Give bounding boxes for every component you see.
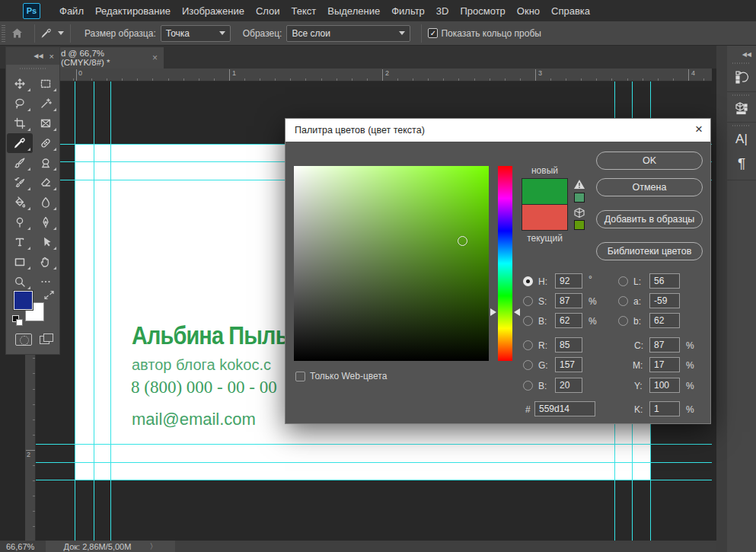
radio-s[interactable] — [523, 296, 533, 306]
home-button[interactable] — [5, 24, 28, 43]
hex-input[interactable]: 559d14 — [534, 401, 595, 416]
marquee-tool[interactable] — [33, 74, 59, 94]
menu-3d[interactable]: 3D — [435, 5, 451, 17]
foreground-color-swatch[interactable] — [14, 291, 33, 310]
eyedropper-tool[interactable] — [7, 133, 33, 153]
type-tool[interactable] — [7, 232, 33, 252]
radio-b[interactable] — [523, 316, 533, 326]
color-libraries-button[interactable]: Библиотеки цветов — [596, 242, 703, 260]
rectangle-tool[interactable] — [7, 252, 33, 272]
dodge-tool[interactable] — [7, 212, 33, 232]
pen-tool[interactable] — [33, 212, 59, 232]
current-color-label: текущий — [522, 233, 568, 244]
radio-g[interactable] — [523, 360, 533, 370]
radio-b2[interactable] — [523, 381, 533, 391]
paint-bucket-tool[interactable] — [7, 193, 33, 212]
default-colors-icon[interactable] — [12, 315, 19, 322]
c-input[interactable]: 87 — [649, 337, 680, 353]
brush-tool[interactable] — [7, 153, 33, 173]
menu-edit[interactable]: Редактирование — [94, 5, 172, 17]
3d-panel-button[interactable] — [729, 97, 754, 120]
expand-panels-icon[interactable]: ◀◀ — [742, 51, 751, 58]
g-input[interactable]: 157 — [555, 357, 582, 372]
menu-select[interactable]: Выделение — [326, 5, 381, 17]
s-input[interactable]: 87 — [555, 293, 582, 308]
collapse-panel-icon[interactable]: ◀◀ — [33, 53, 43, 59]
quick-mask-button[interactable] — [15, 333, 32, 346]
menu-type[interactable]: Текст — [290, 5, 318, 17]
screen-mode-button[interactable] — [40, 333, 55, 346]
brush-icon — [14, 157, 26, 169]
lasso-tool[interactable] — [7, 94, 33, 113]
close-panel-icon[interactable]: × — [49, 52, 54, 61]
zoom-level-field[interactable]: 66,67% — [6, 542, 46, 551]
slice-tool[interactable] — [33, 113, 59, 133]
swap-colors-icon[interactable] — [44, 289, 54, 299]
y-input[interactable]: 100 — [649, 378, 680, 393]
history-brush-tool[interactable] — [7, 173, 33, 193]
character-panel-icon: A| — [735, 132, 748, 147]
sample-size-label: Размер образца: — [85, 28, 156, 39]
eyedropper-preset[interactable] — [41, 24, 64, 43]
b-lab-input[interactable]: 62 — [649, 313, 680, 328]
web-warning-icon[interactable] — [573, 207, 585, 221]
hand-tool[interactable] — [33, 252, 59, 272]
radio-h[interactable] — [523, 276, 533, 286]
photoshop-logo: Ps — [23, 3, 40, 19]
dialog-close-icon[interactable]: × — [695, 122, 703, 137]
history-panel-button[interactable] — [729, 65, 754, 88]
h-input[interactable]: 92 — [555, 273, 582, 289]
chevron-right-icon: 〉 — [149, 541, 157, 552]
cancel-button[interactable]: Отмена — [596, 178, 703, 196]
dialog-title-bar[interactable]: Палитра цветов (цвет текста) — [285, 119, 710, 142]
b-input[interactable]: 62 — [555, 313, 582, 328]
radio-r[interactable] — [523, 340, 533, 350]
k-input[interactable]: 1 — [649, 401, 680, 416]
radio-a[interactable] — [618, 296, 628, 306]
paragraph-panel-button[interactable]: ¶ — [729, 152, 754, 175]
blur-tool[interactable] — [33, 193, 59, 212]
l-input[interactable]: 56 — [649, 273, 680, 289]
b2-input[interactable]: 20 — [555, 378, 582, 393]
sample-size-select[interactable]: Точка — [161, 25, 231, 42]
path-selection-tool[interactable] — [33, 232, 59, 252]
menu-file[interactable]: Файл — [58, 5, 85, 17]
hue-slider-handle-left[interactable] — [490, 308, 496, 316]
sample-layers-select[interactable]: Все слои — [286, 25, 410, 42]
current-color-swatch[interactable] — [522, 204, 568, 231]
document-tab[interactable]: d @ 66,7% (CMYK/8#) * × — [55, 47, 164, 69]
menu-view[interactable]: Просмотр — [458, 5, 506, 17]
radio-l[interactable] — [618, 276, 628, 286]
quick-selection-tool[interactable] — [33, 94, 59, 113]
menu-layers[interactable]: Слои — [254, 5, 282, 17]
color-field[interactable] — [294, 166, 489, 361]
gamut-warning-icon[interactable] — [573, 179, 585, 192]
menu-window[interactable]: Окно — [515, 5, 541, 17]
show-sampling-ring-label: Показать кольцо пробы — [441, 28, 541, 39]
gamut-warning-swatch[interactable] — [574, 193, 585, 203]
hue-slider[interactable] — [498, 166, 512, 361]
a-input[interactable]: -59 — [649, 293, 680, 308]
menu-filter[interactable]: Фильтр — [390, 5, 426, 17]
web-only-checkbox[interactable] — [295, 372, 305, 381]
clone-stamp-tool[interactable] — [33, 153, 59, 173]
move-tool[interactable] — [7, 74, 33, 94]
show-sampling-ring-checkbox[interactable]: ✓ — [428, 28, 438, 38]
add-to-swatches-button[interactable]: Добавить в образцы — [596, 210, 703, 228]
hue-slider-handle-right[interactable] — [514, 308, 520, 316]
radio-b-lab[interactable] — [618, 316, 628, 326]
color-field-marker[interactable] — [458, 236, 467, 246]
r-input[interactable]: 85 — [555, 337, 582, 353]
menu-image[interactable]: Изображение — [180, 5, 246, 17]
m-input[interactable]: 17 — [649, 357, 680, 372]
character-panel-button[interactable]: A| — [729, 128, 754, 151]
web-warning-swatch[interactable] — [574, 220, 585, 230]
document-info[interactable]: Док: 2,86М/5,00М 〉 — [46, 541, 175, 552]
eraser-tool[interactable] — [33, 173, 59, 193]
healing-brush-tool[interactable] — [33, 133, 59, 153]
home-icon — [12, 29, 22, 38]
ok-button[interactable]: OK — [596, 152, 703, 170]
close-tab-icon[interactable]: × — [152, 53, 158, 63]
crop-tool[interactable] — [7, 113, 33, 133]
menu-help[interactable]: Справка — [550, 5, 592, 17]
